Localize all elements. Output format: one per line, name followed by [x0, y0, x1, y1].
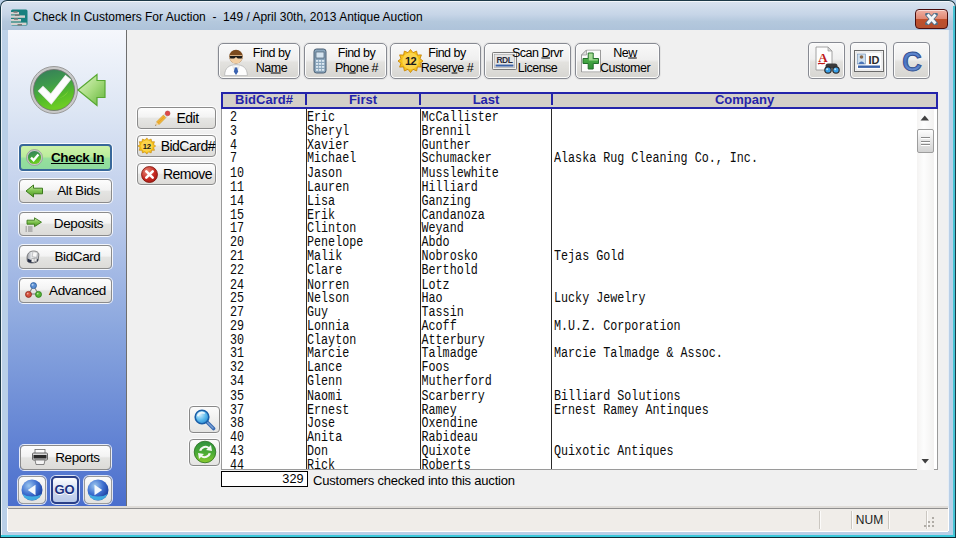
svg-text:12: 12: [405, 55, 417, 67]
svg-text:12: 12: [143, 142, 151, 151]
svg-text:C: C: [902, 47, 922, 75]
svg-text:A: A: [818, 50, 828, 65]
svg-text:ID: ID: [868, 53, 879, 65]
